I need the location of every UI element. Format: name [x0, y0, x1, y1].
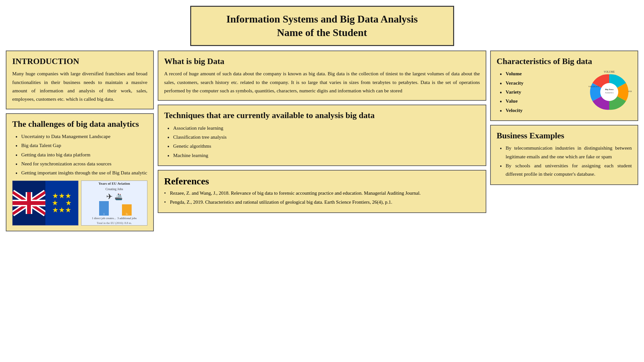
brexit-image: ★★★★ ★★★★	[12, 181, 79, 226]
header-line2: Name of the Student	[201, 26, 443, 40]
uk-flag-svg	[13, 181, 45, 225]
brexit-image-inner: ★★★★ ★★★★	[13, 181, 78, 225]
list-item: Genetic algorithms	[167, 142, 480, 150]
header-line1: Information Systems and Big Data Analysi…	[201, 13, 443, 26]
bar-1-label: 1 direct job creates...	[92, 217, 116, 220]
list-item: Velocity	[500, 106, 582, 115]
references-title: References	[164, 176, 480, 187]
donut-center-sublabel: Analytics	[605, 91, 614, 94]
aviation-title: Years of EU Aviation	[98, 181, 130, 185]
characteristics-panel: Characteristics of Big data Volume Verac…	[490, 51, 638, 121]
header-title: Information Systems and Big Data Analysi…	[201, 13, 443, 39]
column-2: What is big Data A record of huge amount…	[158, 51, 486, 231]
list-item: Getting important insights through the u…	[15, 169, 147, 177]
aviation-image-inner: Years of EU Aviation Creating Jobs ✈ 🚢 1…	[81, 181, 147, 225]
list-item: By telecommunication industries in disti…	[500, 144, 632, 161]
reference-item-1: Rezaee, Z. and Wang, J., 2018. Relevance…	[164, 189, 480, 197]
donut-left-label: VELOCITY	[588, 85, 600, 88]
challenges-list: Uncertainty to Data Management Landscape…	[12, 132, 147, 177]
introduction-title: INTRODUCTION	[12, 56, 147, 66]
business-examples-list: By telecommunication industries in disti…	[497, 144, 632, 178]
aviation-subtitle: Creating Jobs	[106, 187, 123, 191]
bar-group-1: 1 1 direct job creates...	[92, 201, 116, 220]
main-grid: INTRODUCTION Many huge companies with la…	[6, 51, 638, 239]
challenges-panel: The challenges of big data analytics Unc…	[6, 113, 154, 231]
what-is-big-data-panel: What is big Data A record of huge amount…	[158, 51, 486, 101]
aviation-image: Years of EU Aviation Creating Jobs ✈ 🚢 1…	[81, 181, 147, 226]
list-item: Getting data into big data platform	[15, 151, 147, 159]
page-wrapper: Information Systems and Big Data Analysi…	[6, 6, 638, 239]
column-3: Characteristics of Big data Volume Verac…	[490, 51, 638, 231]
business-examples-title: Business Examples	[497, 131, 632, 141]
challenges-title: The challenges of big data analytics	[12, 119, 147, 129]
characteristics-content: Volume Veracity Variety Value Velocity	[497, 70, 632, 115]
techniques-panel: Techniques that are currently available …	[158, 105, 486, 166]
list-item: Uncertainty to Data Management Landscape	[15, 132, 147, 141]
big-data-donut-chart: Big Data Analytics VOLUME VERACITY VELOC…	[587, 70, 632, 115]
bar-group-2: 3+ 3 additional jobs	[117, 204, 136, 220]
eu-stars: ★★★★ ★★★★	[52, 192, 72, 214]
introduction-panel: INTRODUCTION Many huge companies with la…	[6, 51, 154, 109]
aviation-footer: Total in the EU (2016): 8.8 m.	[97, 221, 132, 225]
header-box: Information Systems and Big Data Analysi…	[190, 6, 454, 46]
donut-center-label: Big Data	[605, 88, 614, 91]
list-item: Classification tree analysis	[167, 133, 480, 141]
business-examples-panel: Business Examples By telecommunication i…	[490, 125, 638, 185]
bar-2: 3+	[122, 204, 132, 216]
list-item: Need for synchronization across data sou…	[15, 160, 147, 168]
what-is-big-data-title: What is big Data	[164, 56, 480, 66]
techniques-list: Association rule learning Classification…	[164, 124, 480, 160]
list-item: Value	[500, 97, 582, 105]
characteristics-list-wrapper: Volume Veracity Variety Value Velocity	[497, 70, 582, 115]
list-item: By schools and universities for assignin…	[500, 162, 632, 179]
bar-1: 1	[99, 201, 109, 216]
list-item: Volume	[500, 70, 582, 78]
introduction-body: Many huge companies with large diversifi…	[12, 70, 147, 103]
column-1: INTRODUCTION Many huge companies with la…	[6, 51, 154, 231]
plane-icon: ✈	[106, 192, 113, 201]
characteristics-title: Characteristics of Big data	[497, 56, 632, 66]
list-item: Machine learning	[167, 151, 480, 160]
list-item: Veracity	[500, 79, 582, 87]
list-item: Association rule learning	[167, 124, 480, 132]
donut-right-label: VERACITY	[628, 90, 632, 93]
references-panel: References Rezaee, Z. and Wang, J., 2018…	[158, 170, 486, 213]
techniques-title: Techniques that are currently available …	[164, 110, 480, 120]
list-item: Big data Talent Gap	[15, 141, 147, 150]
what-is-big-data-body: A record of huge amount of such data abo…	[164, 70, 480, 95]
bar-chart: 1 1 direct job creates... 3+ 3 additiona…	[92, 201, 137, 220]
bar-2-label: 3 additional jobs	[117, 217, 136, 220]
list-item: Variety	[500, 88, 582, 96]
reference-item-2: Pengda, Z., 2019. Characteristics and ra…	[164, 198, 480, 206]
ship-icon: 🚢	[115, 193, 123, 200]
characteristics-list: Volume Veracity Variety Value Velocity	[497, 70, 582, 115]
flag-uk	[13, 181, 45, 225]
image-row: ★★★★ ★★★★ Years of EU Aviation Creating …	[12, 181, 147, 226]
aviation-icon-row: ✈ 🚢	[106, 192, 123, 201]
flag-eu: ★★★★ ★★★★	[45, 181, 78, 225]
donut-top-label: VOLUME	[604, 70, 615, 73]
